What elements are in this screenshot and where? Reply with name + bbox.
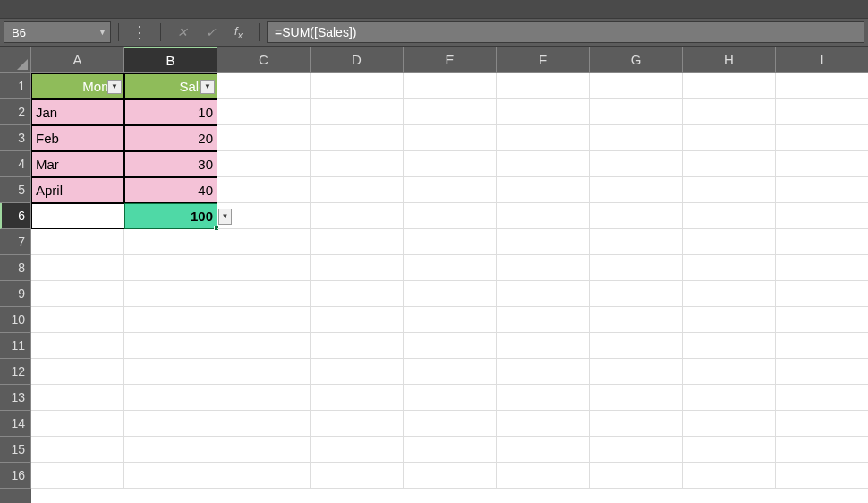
cell-G4[interactable] xyxy=(590,151,683,177)
cell-B9[interactable] xyxy=(124,281,217,307)
row-header-14[interactable]: 14 xyxy=(0,411,31,437)
cell-G14[interactable] xyxy=(590,411,683,437)
col-header-E[interactable]: E xyxy=(404,47,497,73)
cell-C7[interactable] xyxy=(217,229,311,255)
cell-C15[interactable] xyxy=(217,437,311,463)
cell-B4[interactable]: 30 xyxy=(124,151,217,177)
cell-H12[interactable] xyxy=(683,359,776,385)
col-header-C[interactable]: C xyxy=(217,47,311,73)
cell-C13[interactable] xyxy=(217,385,311,411)
cell-B1[interactable]: Sales ▼ xyxy=(124,73,217,99)
cell-C14[interactable] xyxy=(217,411,311,437)
cell-H4[interactable] xyxy=(683,151,776,177)
cell-D10[interactable] xyxy=(311,307,404,333)
row-header-12[interactable]: 12 xyxy=(0,359,31,385)
cell-E9[interactable] xyxy=(404,281,497,307)
cell-B14[interactable] xyxy=(124,411,217,437)
cell-I8[interactable] xyxy=(776,255,868,281)
cell-H2[interactable] xyxy=(683,99,776,125)
fx-icon[interactable]: fx xyxy=(234,24,243,40)
cell-G16[interactable] xyxy=(590,463,683,489)
cell-C4[interactable] xyxy=(217,151,311,177)
cell-A3[interactable]: Feb xyxy=(31,125,124,151)
cell-G1[interactable] xyxy=(590,73,683,99)
cell-H6[interactable] xyxy=(683,203,776,229)
cell-B3[interactable]: 20 xyxy=(124,125,217,151)
cell-G12[interactable] xyxy=(590,359,683,385)
cell-I7[interactable] xyxy=(776,229,868,255)
cell-I4[interactable] xyxy=(776,151,868,177)
cell-B11[interactable] xyxy=(124,333,217,359)
cell-H3[interactable] xyxy=(683,125,776,151)
cancel-icon[interactable]: ✕ xyxy=(177,25,188,39)
cell-D5[interactable] xyxy=(311,177,404,203)
cell-D16[interactable] xyxy=(311,463,404,489)
cell-G2[interactable] xyxy=(590,99,683,125)
cell-H9[interactable] xyxy=(683,281,776,307)
cell-E1[interactable] xyxy=(404,73,497,99)
name-box-dropdown-icon[interactable]: ▼ xyxy=(98,28,106,37)
cell-D13[interactable] xyxy=(311,385,404,411)
cell-A13[interactable] xyxy=(31,385,124,411)
cell-G15[interactable] xyxy=(590,437,683,463)
cell-D1[interactable] xyxy=(311,73,404,99)
cell-A15[interactable] xyxy=(31,437,124,463)
cell-I2[interactable] xyxy=(776,99,868,125)
cell-H13[interactable] xyxy=(683,385,776,411)
cell-G9[interactable] xyxy=(590,281,683,307)
cell-H15[interactable] xyxy=(683,437,776,463)
cell-G5[interactable] xyxy=(590,177,683,203)
row-header-9[interactable]: 9 xyxy=(0,281,31,307)
row-header-4[interactable]: 4 xyxy=(0,151,31,177)
cell-H11[interactable] xyxy=(683,333,776,359)
cell-A12[interactable] xyxy=(31,359,124,385)
cell-H8[interactable] xyxy=(683,255,776,281)
col-header-A[interactable]: A xyxy=(31,47,124,73)
cell-I10[interactable] xyxy=(776,307,868,333)
cell-D14[interactable] xyxy=(311,411,404,437)
cell-F10[interactable] xyxy=(497,307,590,333)
cell-B6-active[interactable]: 100 ▼ xyxy=(124,203,217,229)
cell-B8[interactable] xyxy=(124,255,217,281)
cell-F15[interactable] xyxy=(497,437,590,463)
cell-E14[interactable] xyxy=(404,411,497,437)
cell-G13[interactable] xyxy=(590,385,683,411)
cell-D6[interactable] xyxy=(311,203,404,229)
cell-A7[interactable] xyxy=(31,229,124,255)
cell-C16[interactable] xyxy=(217,463,311,489)
cell-H1[interactable] xyxy=(683,73,776,99)
expand-dots-icon[interactable]: ⋮ xyxy=(132,24,148,40)
cell-A10[interactable] xyxy=(31,307,124,333)
cell-E16[interactable] xyxy=(404,463,497,489)
cell-C11[interactable] xyxy=(217,333,311,359)
formula-input[interactable]: =SUM([Sales]) xyxy=(267,21,864,43)
cell-B13[interactable] xyxy=(124,385,217,411)
name-box[interactable]: B6 ▼ xyxy=(4,21,111,43)
cell-I1[interactable] xyxy=(776,73,868,99)
cell-A8[interactable] xyxy=(31,255,124,281)
cell-D3[interactable] xyxy=(311,125,404,151)
row-header-5[interactable]: 5 xyxy=(0,177,31,203)
cell-D2[interactable] xyxy=(311,99,404,125)
cell-I14[interactable] xyxy=(776,411,868,437)
cell-B16[interactable] xyxy=(124,463,217,489)
cell-E10[interactable] xyxy=(404,307,497,333)
cell-D9[interactable] xyxy=(311,281,404,307)
col-header-G[interactable]: G xyxy=(590,47,683,73)
row-header-15[interactable]: 15 xyxy=(0,437,31,463)
cell-C8[interactable] xyxy=(217,255,311,281)
cell-G10[interactable] xyxy=(590,307,683,333)
cell-E4[interactable] xyxy=(404,151,497,177)
cell-D7[interactable] xyxy=(311,229,404,255)
cell-E3[interactable] xyxy=(404,125,497,151)
cell-F1[interactable] xyxy=(497,73,590,99)
cell-C2[interactable] xyxy=(217,99,311,125)
col-header-H[interactable]: H xyxy=(683,47,776,73)
cell-E11[interactable] xyxy=(404,333,497,359)
cell-A5[interactable]: April xyxy=(31,177,124,203)
cell-I6[interactable] xyxy=(776,203,868,229)
cell-B15[interactable] xyxy=(124,437,217,463)
cell-I9[interactable] xyxy=(776,281,868,307)
cell-G11[interactable] xyxy=(590,333,683,359)
cell-E13[interactable] xyxy=(404,385,497,411)
